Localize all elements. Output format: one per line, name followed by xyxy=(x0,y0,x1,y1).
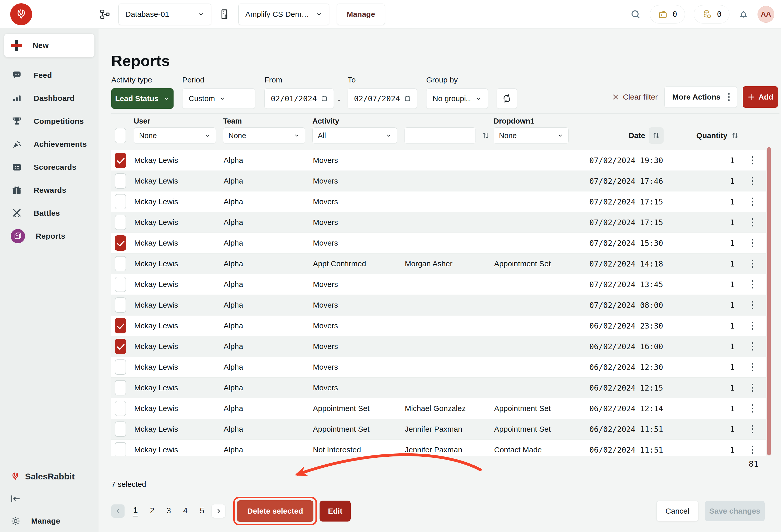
row-checkbox[interactable] xyxy=(115,339,126,354)
row-checkbox[interactable] xyxy=(115,173,126,189)
row-actions-kebab-icon[interactable] xyxy=(750,279,755,290)
chevron-down-icon xyxy=(204,132,211,138)
user-avatar[interactable]: AA xyxy=(757,6,774,23)
activity-type-dropdown[interactable]: Lead Status xyxy=(111,88,173,109)
refresh-button[interactable] xyxy=(497,88,517,109)
brand-name: SalesRabbit xyxy=(25,472,75,482)
sidebar-item-feed[interactable]: Feed xyxy=(0,64,98,87)
sidebar-item-scorecards[interactable]: Scorecards xyxy=(0,156,98,179)
row-actions-kebab-icon[interactable] xyxy=(750,423,755,435)
row-actions-kebab-icon[interactable] xyxy=(750,299,755,311)
row-actions-kebab-icon[interactable] xyxy=(750,362,755,373)
cell-user: Mckay Lewis xyxy=(134,342,223,351)
cell-quantity: 1 xyxy=(665,363,739,372)
row-checkbox[interactable] xyxy=(115,215,126,230)
table-row: Mckay Lewis Alpha Movers 06/02/2024 16:0… xyxy=(111,336,766,357)
top-bar: Database-01 Amplify CS Demo ( ... Manage… xyxy=(0,0,781,29)
save-changes-button[interactable]: Save changes xyxy=(705,501,765,521)
activity-filter-dropdown[interactable]: All xyxy=(313,127,397,144)
wallet-balance-badge[interactable]: 0 xyxy=(650,5,685,24)
new-button[interactable]: New xyxy=(4,34,94,57)
row-actions-kebab-icon[interactable] xyxy=(750,320,755,331)
page-number-5[interactable]: 5 xyxy=(200,506,204,516)
edit-button[interactable]: Edit xyxy=(320,501,351,522)
page-number-3[interactable]: 3 xyxy=(167,506,171,516)
page-number-2[interactable]: 2 xyxy=(150,506,154,516)
sidebar-item-label: Reports xyxy=(36,232,65,241)
row-checkbox[interactable] xyxy=(115,153,126,168)
row-checkbox[interactable] xyxy=(115,401,126,416)
row-actions-kebab-icon[interactable] xyxy=(750,444,755,455)
row-actions-kebab-icon[interactable] xyxy=(750,155,755,166)
pagination-next-button[interactable] xyxy=(212,504,225,518)
company-icon xyxy=(219,8,231,20)
row-checkbox[interactable] xyxy=(115,297,126,313)
clear-filter-button[interactable]: Clear filter xyxy=(612,93,658,101)
period-dropdown[interactable]: Custom xyxy=(182,88,255,109)
sidebar-item-achievements[interactable]: Achievements xyxy=(0,133,98,156)
table-row: Mckay Lewis Alpha Movers 07/02/2024 08:0… xyxy=(111,295,766,316)
row-actions-kebab-icon[interactable] xyxy=(750,196,755,207)
row-checkbox[interactable] xyxy=(115,318,126,333)
row-actions-kebab-icon[interactable] xyxy=(750,382,755,394)
row-checkbox[interactable] xyxy=(115,380,126,396)
quantity-sort-button[interactable] xyxy=(731,131,739,139)
from-date-input[interactable]: 02/01/2024 xyxy=(264,88,334,109)
select-all-checkbox[interactable] xyxy=(115,128,126,143)
to-date-input[interactable]: 02/07/2024 xyxy=(347,88,417,109)
page-number-1[interactable]: 1 xyxy=(133,506,137,517)
sidebar-item-manage[interactable]: Manage xyxy=(10,516,60,526)
team-filter-dropdown[interactable]: None xyxy=(223,127,305,144)
account-select[interactable]: Amplify CS Demo ( ... xyxy=(238,4,329,25)
cell-team: Alpha xyxy=(223,321,313,330)
cell-activity: Movers xyxy=(313,383,404,392)
cell-user: Mckay Lewis xyxy=(134,383,223,392)
cell-activity: Movers xyxy=(313,197,404,206)
cell-user: Mckay Lewis xyxy=(134,425,223,434)
collapse-sidebar-icon[interactable] xyxy=(10,494,21,503)
coins-balance-badge[interactable]: 0 xyxy=(694,5,730,24)
row-checkbox[interactable] xyxy=(115,235,126,251)
row-checkbox[interactable] xyxy=(115,194,126,209)
notifications-bell-icon[interactable] xyxy=(738,9,749,19)
row-checkbox[interactable] xyxy=(115,421,126,437)
pagination-prev-button[interactable] xyxy=(111,504,125,518)
chevron-down-icon xyxy=(163,95,170,102)
search-icon[interactable] xyxy=(630,9,641,20)
page-number-4[interactable]: 4 xyxy=(183,506,188,516)
dropdown1-filter-dropdown[interactable]: None xyxy=(494,127,569,144)
table-row: Mckay Lewis Alpha Appointment Set Jennif… xyxy=(111,419,766,440)
table-scrollbar[interactable] xyxy=(767,147,771,455)
row-checkbox[interactable] xyxy=(115,256,126,271)
sort-icon[interactable] xyxy=(481,131,490,140)
row-checkbox[interactable] xyxy=(115,360,126,375)
row-actions-kebab-icon[interactable] xyxy=(750,217,755,228)
more-actions-button[interactable]: More Actions xyxy=(664,86,737,108)
row-actions-kebab-icon[interactable] xyxy=(750,237,755,249)
wallet-icon xyxy=(658,9,668,19)
row-actions-kebab-icon[interactable] xyxy=(750,175,755,187)
row-actions-kebab-icon[interactable] xyxy=(750,341,755,352)
sidebar-item-competitions[interactable]: Competitions xyxy=(0,110,98,133)
sidebar-item-battles[interactable]: Battles xyxy=(0,202,98,224)
database-select[interactable]: Database-01 xyxy=(118,4,211,25)
sidebar-item-reports[interactable]: Reports xyxy=(0,224,98,248)
sidebar-item-dashboard[interactable]: Dashboard xyxy=(0,87,98,110)
row-checkbox[interactable] xyxy=(115,442,126,456)
cancel-button[interactable]: Cancel xyxy=(656,501,698,521)
row-actions-kebab-icon[interactable] xyxy=(750,258,755,269)
date-sort-button[interactable] xyxy=(649,127,664,144)
calendar-icon xyxy=(321,94,327,103)
sidebar-item-rewards[interactable]: Rewards xyxy=(0,179,98,202)
group-by-dropdown[interactable]: No groupi... xyxy=(426,88,488,109)
delete-selected-button[interactable]: Delete selected xyxy=(237,500,314,522)
user-filter-dropdown[interactable]: None xyxy=(134,127,216,144)
table-row: Mckay Lewis Alpha Appointment Set Michae… xyxy=(111,398,766,419)
row-actions-kebab-icon[interactable] xyxy=(750,403,755,414)
filter-activity-type: Activity type Lead Status xyxy=(111,76,173,109)
add-button[interactable]: Add xyxy=(743,86,778,108)
row-checkbox[interactable] xyxy=(115,277,126,292)
lead-search-input[interactable] xyxy=(404,127,476,144)
manage-button[interactable]: Manage xyxy=(337,4,385,25)
cell-team: Alpha xyxy=(223,342,313,351)
